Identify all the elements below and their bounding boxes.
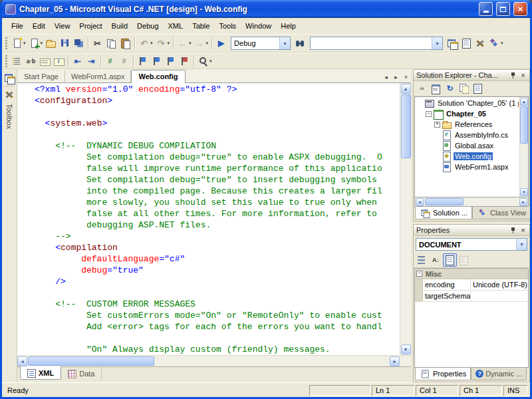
comment-selection-button[interactable]: //: [103, 54, 117, 68]
editor-vertical-scrollbar[interactable]: ▲ ▼: [400, 83, 411, 355]
cut-button[interactable]: ✂: [90, 37, 104, 51]
scroll-up-icon[interactable]: ▲: [520, 98, 528, 106]
object-selector-combo[interactable]: DOCUMENT ▾: [416, 238, 527, 251]
show-all-files-button[interactable]: [457, 82, 471, 95]
menu-project[interactable]: Project: [74, 20, 106, 32]
titlebar[interactable]: Chapter_05 - Microsoft Visual C# .NET [d…: [2, 0, 530, 18]
scroll-up-icon[interactable]: ▲: [401, 84, 411, 94]
tree-item[interactable]: Solution 'Chapter_05' (1 proje: [416, 98, 519, 108]
display-parameter-info-button[interactable]: [38, 54, 52, 68]
undo-button[interactable]: ↶▾: [137, 37, 154, 51]
tab-solution-explorer[interactable]: Solution ...: [415, 207, 472, 219]
combo-dropdown-icon[interactable]: ▾: [432, 37, 442, 49]
solution-explorer-button[interactable]: [446, 37, 460, 51]
collapse-icon[interactable]: -: [426, 111, 432, 117]
tree-horizontal-scrollbar[interactable]: ◄ ►: [414, 198, 529, 207]
tree-item[interactable]: WebForm1.aspx: [416, 162, 519, 172]
refresh-button[interactable]: ↻: [443, 82, 457, 95]
property-pages-button[interactable]: [457, 253, 471, 267]
close-document-icon[interactable]: ×: [401, 72, 411, 82]
categorized-button[interactable]: [415, 253, 429, 267]
toolbox-tab[interactable]: [3, 88, 16, 101]
menu-file[interactable]: File: [7, 20, 28, 32]
tree-vertical-scrollbar[interactable]: ▲ ▼: [519, 97, 528, 197]
class-view-button[interactable]: ▾: [487, 37, 505, 51]
scrollbar-thumb[interactable]: [425, 198, 464, 205]
save-button[interactable]: [58, 37, 72, 51]
debug-configuration-combo[interactable]: Debug ▾: [231, 37, 291, 50]
minimize-button[interactable]: [479, 2, 493, 16]
scroll-down-icon[interactable]: ▼: [401, 344, 411, 354]
tab-data-view[interactable]: Data: [61, 367, 102, 380]
close-panel-icon[interactable]: ×: [518, 225, 528, 235]
toolbar-grip[interactable]: [5, 37, 7, 49]
property-value[interactable]: Unicode (UTF-8): [471, 279, 528, 290]
tab-webform1-aspx[interactable]: WebForm1.aspx: [65, 70, 132, 82]
combo-dropdown-icon[interactable]: ▾: [279, 37, 290, 49]
tab-class-view[interactable]: Class View: [472, 207, 531, 219]
category-row-misc[interactable]: - Misc: [415, 269, 528, 279]
scroll-left-icon[interactable]: ◄: [416, 198, 424, 206]
paste-button[interactable]: [118, 37, 132, 51]
menu-tools[interactable]: Tools: [214, 20, 241, 32]
open-file-button[interactable]: [44, 37, 58, 51]
editor-horizontal-scrollbar[interactable]: ◄ ►: [17, 355, 411, 366]
uncomment-selection-button[interactable]: //: [117, 54, 131, 68]
tab-xml-view[interactable]: XML: [20, 366, 61, 380]
scroll-left-icon[interactable]: ◄: [17, 356, 27, 366]
properties-button[interactable]: [471, 82, 485, 95]
property-row-targetschema[interactable]: targetSchema: [415, 291, 528, 302]
start-button[interactable]: ▶: [214, 37, 228, 51]
previous-bookmark-button[interactable]: [164, 54, 178, 68]
properties-window-button[interactable]: [460, 37, 473, 51]
scroll-down-icon[interactable]: ▼: [520, 188, 528, 196]
toggle-bookmark-button[interactable]: [136, 54, 150, 68]
tab-properties[interactable]: Properties: [415, 368, 471, 380]
solution-explorer-titlebar[interactable]: Solution Explorer - Cha... ×: [414, 70, 529, 81]
property-row-encoding[interactable]: encoding Unicode (UTF-8): [415, 279, 528, 291]
properties-titlebar[interactable]: Properties ×: [414, 225, 529, 236]
navigate-forward-button[interactable]: →▾: [193, 37, 210, 51]
code-editor[interactable]: <?xml version="1.0" encoding="utf-8" ?><…: [17, 83, 411, 355]
display-word-completion-button[interactable]: a·b: [24, 54, 38, 68]
tree-item[interactable]: Web.config: [416, 151, 519, 162]
scroll-right-icon[interactable]: ►: [519, 198, 527, 206]
toolbox-label[interactable]: Toolbox: [5, 104, 13, 129]
menu-build[interactable]: Build: [107, 20, 132, 32]
autohide-pin-icon[interactable]: [508, 225, 518, 235]
next-bookmark-button[interactable]: [150, 54, 164, 68]
menu-edit[interactable]: Edit: [28, 20, 50, 32]
find-combo[interactable]: ▾: [310, 37, 443, 50]
scrollbar-thumb[interactable]: [28, 356, 154, 366]
maximize-button[interactable]: [496, 2, 510, 16]
scrollbar-thumb[interactable]: [520, 106, 528, 144]
menu-view[interactable]: View: [50, 20, 75, 32]
toolbox-button[interactable]: [473, 37, 487, 51]
collapse-icon[interactable]: -: [416, 271, 422, 277]
view-code-button[interactable]: ‹›: [415, 82, 429, 95]
tab-scroll-right-icon[interactable]: ▸: [391, 72, 401, 82]
add-new-item-button[interactable]: ▾: [27, 37, 45, 51]
toolbar-grip[interactable]: [5, 55, 7, 67]
tab-dynamic-help[interactable]: ? Dynamic ...: [471, 368, 527, 380]
combo-dropdown-icon[interactable]: ▾: [516, 239, 527, 250]
redo-button[interactable]: ↷▾: [154, 37, 172, 51]
tab-start-page[interactable]: Start Page: [18, 70, 65, 82]
tab-scroll-left-icon[interactable]: ◂: [381, 72, 391, 82]
new-project-button[interactable]: ▾: [10, 37, 27, 51]
clear-bookmarks-button[interactable]: [178, 54, 192, 68]
scroll-right-icon[interactable]: ►: [390, 356, 400, 366]
tree-item[interactable]: +References: [416, 119, 519, 130]
display-member-list-button[interactable]: [10, 54, 24, 68]
close-button[interactable]: ×: [513, 2, 527, 16]
menu-table[interactable]: Table: [188, 20, 214, 32]
view-designer-button[interactable]: [429, 82, 443, 95]
navigate-backward-button[interactable]: ←▾: [176, 37, 193, 51]
alphabetical-button[interactable]: A↓: [429, 253, 443, 267]
scrollbar-thumb[interactable]: [401, 94, 411, 158]
menu-help[interactable]: Help: [276, 20, 301, 32]
properties-view-button[interactable]: [443, 253, 457, 267]
magnify-button[interactable]: ▾: [196, 54, 213, 68]
menu-debug[interactable]: Debug: [132, 20, 163, 32]
tab-web-config[interactable]: Web.config: [131, 70, 185, 83]
